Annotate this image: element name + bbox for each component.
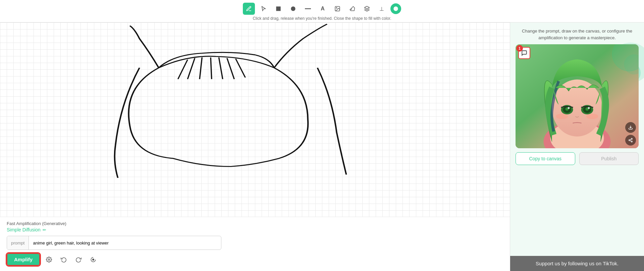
svg-point-36	[631, 141, 633, 142]
svg-line-12	[227, 58, 234, 79]
toolbar: A ⊥ Click and drag, release when you're …	[0, 0, 644, 22]
anime-illustration	[516, 44, 639, 148]
undo-button[interactable]	[58, 254, 69, 265]
select-tool[interactable]	[258, 3, 270, 15]
svg-line-7	[178, 60, 188, 79]
svg-point-34	[631, 138, 633, 140]
mode-label: Fast Amplification (Generative)	[7, 221, 503, 226]
svg-line-9	[200, 57, 202, 79]
eraser-tool[interactable]	[346, 3, 358, 15]
svg-point-6	[393, 6, 398, 11]
amplify-icon-tool[interactable]	[390, 3, 401, 14]
svg-line-38	[630, 139, 631, 140]
rect-tool[interactable]	[272, 3, 284, 15]
main-area: Fast Amplification (Generative) Simple D…	[0, 22, 644, 271]
actions-row: Amplify	[7, 253, 503, 266]
pen-tool[interactable]	[243, 3, 255, 15]
redo-button[interactable]	[73, 254, 84, 265]
svg-line-11	[219, 57, 222, 79]
clear-button[interactable]	[88, 254, 99, 265]
settings-button[interactable]	[43, 254, 55, 265]
circle-tool[interactable]	[287, 3, 299, 15]
toolbar-hint: Click and drag, release when you're fini…	[253, 16, 391, 21]
layers-tool[interactable]	[361, 3, 373, 15]
canvas-area[interactable]	[0, 22, 510, 217]
line-tool[interactable]	[302, 3, 314, 15]
svg-point-4	[336, 7, 337, 8]
badge-number: 1	[516, 45, 523, 52]
prompt-row: prompt	[7, 236, 221, 250]
prompt-label: prompt	[7, 236, 29, 250]
prompt-input[interactable]	[29, 236, 221, 250]
right-panel: Change the prompt, draw on the canvas, o…	[510, 22, 644, 271]
svg-rect-0	[276, 6, 280, 11]
right-hint: Change the prompt, draw on the canvas, o…	[510, 22, 644, 44]
cursor-tool[interactable]: ⊥	[376, 3, 388, 15]
amplify-button[interactable]: Amplify	[7, 253, 40, 266]
mode-name: Simple Diffusion ✏	[7, 227, 46, 232]
svg-point-1	[291, 6, 295, 11]
copy-to-canvas-button[interactable]: Copy to canvas	[516, 152, 575, 165]
svg-line-10	[211, 57, 212, 79]
svg-marker-5	[365, 6, 370, 9]
edit-mode-icon[interactable]: ✏	[43, 227, 46, 232]
tool-buttons: A ⊥	[243, 3, 401, 15]
svg-point-15	[93, 259, 94, 260]
generated-image: 1	[516, 44, 639, 148]
chat-icon	[521, 50, 527, 56]
generated-image-container: 1	[516, 44, 639, 148]
svg-line-37	[630, 141, 631, 141]
svg-point-14	[48, 259, 50, 260]
download-button[interactable]	[625, 122, 636, 133]
svg-point-31	[556, 114, 568, 119]
image-action-buttons	[625, 122, 636, 146]
bottom-panel: Fast Amplification (Generative) Simple D…	[0, 217, 510, 271]
text-tool[interactable]: A	[317, 3, 329, 15]
svg-line-8	[187, 58, 195, 79]
svg-point-35	[629, 140, 630, 141]
tiktok-banner: Support us by following us on TikTok.	[510, 256, 644, 271]
svg-point-30	[588, 107, 590, 109]
svg-line-13	[236, 59, 246, 77]
overlay-badge[interactable]: 1	[518, 47, 530, 59]
svg-point-26	[568, 107, 570, 109]
svg-point-32	[586, 114, 598, 119]
publish-button: Publish	[579, 152, 639, 165]
drawing-svg	[0, 22, 510, 217]
image-tool[interactable]	[331, 3, 343, 15]
copy-publish-row: Copy to canvas Publish	[516, 152, 639, 165]
share-button[interactable]	[625, 135, 636, 146]
